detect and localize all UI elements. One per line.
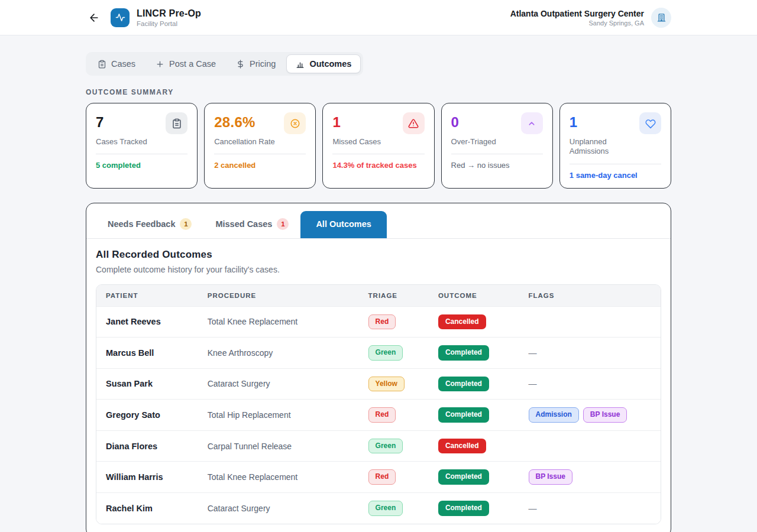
- column-header-outcome: OUTCOME: [429, 285, 519, 306]
- flags-placeholder: —: [529, 348, 537, 358]
- card-label: Cases Tracked: [96, 137, 168, 147]
- app-header: LINCR Pre-Op Facility Portal Atlanta Out…: [0, 0, 757, 35]
- column-header-flags: FLAGS: [519, 285, 661, 306]
- procedure-name: Total Knee Replacement: [198, 465, 359, 489]
- card-value: 28.6%: [214, 115, 255, 130]
- card-footer: 1 same-day cancel: [570, 171, 661, 180]
- outcomes-tab-needs-feedback[interactable]: Needs Feedback1: [96, 211, 203, 238]
- arrow-left-icon: [88, 12, 100, 24]
- clipboard-icon: [98, 60, 106, 69]
- facility-avatar: [651, 8, 671, 28]
- summary-card-cases-tracked: 7Cases Tracked5 completed: [86, 103, 198, 189]
- alert-triangle-icon: [403, 112, 425, 134]
- patient-name: William Harris: [96, 465, 198, 489]
- outcome-badge: Completed: [438, 345, 489, 361]
- card-value: 1: [332, 115, 341, 130]
- card-divider: [214, 154, 306, 154]
- outcome-badge: Completed: [438, 407, 489, 423]
- summary-card-unplanned-admissions: 1Unplanned Admissions1 same-day cancel: [559, 103, 671, 189]
- flag-badge-admission: Admission: [529, 407, 579, 423]
- panel-title: All Recorded Outcomes: [96, 249, 661, 261]
- table-row[interactable]: William HarrisTotal Knee ReplacementRedC…: [96, 461, 661, 492]
- card-footer: 14.3% of tracked cases: [332, 161, 424, 170]
- procedure-name: Total Knee Replacement: [198, 309, 359, 334]
- patient-name: Gregory Sato: [96, 403, 198, 427]
- card-label: Over-Triaged: [451, 137, 523, 147]
- main-content: CasesPost a CasePricingOutcomes OUTCOME …: [86, 52, 671, 532]
- patient-name: Susan Park: [96, 371, 198, 396]
- card-footer: Red → no issues: [451, 161, 543, 170]
- tab-label: Pricing: [250, 59, 276, 69]
- table-row[interactable]: Gregory SatoTotal Hip ReplacementRedComp…: [96, 399, 661, 430]
- outcome-badge: Cancelled: [438, 439, 486, 454]
- summary-section-label: OUTCOME SUMMARY: [86, 88, 671, 96]
- outcomes-table: PATIENTPROCEDURETRIAGEOUTCOMEFLAGS Janet…: [96, 284, 661, 524]
- outcomes-tab-all-outcomes[interactable]: All Outcomes: [300, 211, 386, 238]
- panel-subtitle: Complete outcome history for your facili…: [96, 265, 661, 274]
- flags-placeholder: —: [529, 379, 537, 388]
- table-row[interactable]: Rachel KimCataract SurgeryGreenCompleted…: [96, 492, 661, 524]
- main-tab-bar: CasesPost a CasePricingOutcomes: [86, 52, 363, 76]
- table-row[interactable]: Janet ReevesTotal Knee ReplacementRedCan…: [96, 306, 661, 338]
- outcome-badge: Completed: [438, 377, 489, 392]
- activity-icon: [115, 12, 125, 22]
- flags-cell: —: [519, 340, 661, 365]
- table-header-row: PATIENTPROCEDURETRIAGEOUTCOMEFLAGS: [96, 285, 661, 306]
- tab-outcomes[interactable]: Outcomes: [286, 54, 361, 73]
- page-subtitle: Facility Portal: [137, 20, 201, 27]
- tab-cases[interactable]: Cases: [88, 54, 145, 73]
- table-body: Janet ReevesTotal Knee ReplacementRedCan…: [96, 306, 661, 524]
- count-badge: 1: [180, 218, 192, 230]
- flags-cell: [519, 314, 661, 329]
- column-header-triage: TRIAGE: [359, 285, 429, 306]
- summary-card-missed-cases: 1Missed Cases14.3% of tracked cases: [322, 103, 434, 189]
- table-row[interactable]: Susan ParkCataract SurgeryYellowComplete…: [96, 368, 661, 400]
- card-divider: [451, 154, 543, 154]
- page-title: LINCR Pre-Op: [137, 8, 201, 19]
- procedure-name: Cataract Surgery: [198, 371, 359, 396]
- triage-badge: Yellow: [368, 377, 405, 392]
- card-divider: [332, 154, 424, 154]
- tab-pricing[interactable]: Pricing: [227, 54, 285, 73]
- patient-name: Marcus Bell: [96, 340, 198, 365]
- triage-badge: Green: [368, 501, 403, 516]
- table-row[interactable]: Marcus BellKnee ArthroscopyGreenComplete…: [96, 337, 661, 368]
- building-icon: [656, 12, 667, 22]
- procedure-name: Total Hip Replacement: [198, 403, 359, 427]
- tab-label: Outcomes: [309, 59, 351, 69]
- procedure-name: Knee Arthroscopy: [198, 340, 359, 365]
- summary-cards-row: 7Cases Tracked5 completed28.6%Cancellati…: [86, 103, 671, 189]
- back-button[interactable]: [86, 9, 102, 26]
- flags-cell: BP Issue: [519, 462, 661, 492]
- tab-label: Missed Cases: [215, 219, 272, 229]
- flags-cell: —: [519, 371, 661, 396]
- card-value: 7: [96, 115, 104, 130]
- card-value: 0: [451, 115, 460, 130]
- card-divider: [570, 164, 661, 164]
- card-label: Missed Cases: [332, 137, 405, 147]
- procedure-name: Carpal Tunnel Release: [198, 434, 359, 459]
- column-header-procedure: PROCEDURE: [198, 285, 359, 306]
- procedure-name: Cataract Surgery: [198, 496, 359, 521]
- tab-post-a-case[interactable]: Post a Case: [146, 54, 225, 73]
- triage-badge: Red: [368, 407, 396, 423]
- app-logo: [111, 8, 130, 27]
- bar-chart-icon: [296, 60, 305, 69]
- chevron-up-icon: [521, 112, 543, 134]
- card-label: Unplanned Admissions: [570, 137, 642, 157]
- summary-card-cancellation-rate: 28.6%Cancellation Rate2 cancelled: [204, 103, 316, 189]
- clipboard-icon: [166, 112, 187, 134]
- dollar-icon: [236, 60, 245, 69]
- card-footer: 2 cancelled: [214, 161, 306, 170]
- triage-badge: Green: [368, 439, 403, 454]
- card-label: Cancellation Rate: [214, 137, 286, 147]
- outcomes-tab-missed-cases[interactable]: Missed Cases1: [203, 211, 300, 238]
- triage-badge: Red: [368, 469, 396, 485]
- facility-name: Atlanta Outpatient Surgery Center: [510, 9, 644, 18]
- patient-name: Diana Flores: [96, 434, 198, 459]
- triage-badge: Green: [368, 345, 403, 361]
- table-row[interactable]: Diana FloresCarpal Tunnel ReleaseGreenCa…: [96, 430, 661, 462]
- card-value: 1: [570, 115, 578, 130]
- tab-label: All Outcomes: [316, 219, 371, 229]
- summary-card-over-triaged: 0Over-TriagedRed → no issues: [441, 103, 553, 189]
